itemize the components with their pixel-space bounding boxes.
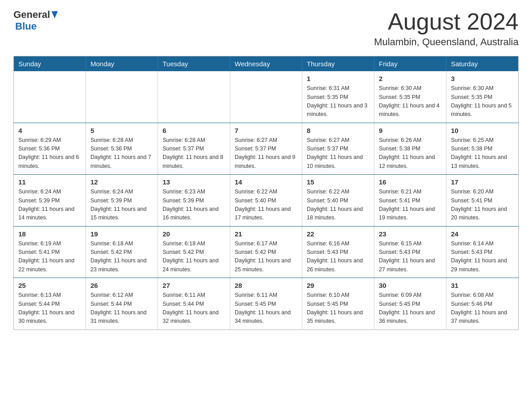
day-number: 7 <box>235 127 297 134</box>
calendar-week-row: 4Sunrise: 6:29 AM Sunset: 5:36 PM Daylig… <box>14 123 519 175</box>
day-info: Sunrise: 6:31 AM Sunset: 5:35 PM Dayligh… <box>307 84 369 119</box>
calendar-cell: 8Sunrise: 6:27 AM Sunset: 5:37 PM Daylig… <box>302 123 374 175</box>
day-number: 8 <box>307 127 369 134</box>
day-number: 13 <box>163 178 225 186</box>
weekday-header-friday: Friday <box>374 56 446 72</box>
calendar-cell: 19Sunrise: 6:18 AM Sunset: 5:42 PM Dayli… <box>86 226 158 278</box>
day-info: Sunrise: 6:24 AM Sunset: 5:39 PM Dayligh… <box>90 188 153 223</box>
day-number: 30 <box>379 282 442 289</box>
day-info: Sunrise: 6:22 AM Sunset: 5:40 PM Dayligh… <box>307 188 369 223</box>
day-info: Sunrise: 6:08 AM Sunset: 5:46 PM Dayligh… <box>451 291 514 326</box>
day-info: Sunrise: 6:27 AM Sunset: 5:37 PM Dayligh… <box>307 136 369 171</box>
weekday-header-sunday: Sunday <box>14 56 86 72</box>
calendar-week-row: 25Sunrise: 6:13 AM Sunset: 5:44 PM Dayli… <box>14 278 519 330</box>
calendar-week-row: 18Sunrise: 6:19 AM Sunset: 5:41 PM Dayli… <box>14 226 519 278</box>
day-info: Sunrise: 6:30 AM Sunset: 5:35 PM Dayligh… <box>451 84 514 119</box>
svg-marker-0 <box>51 11 58 18</box>
day-info: Sunrise: 6:21 AM Sunset: 5:41 PM Dayligh… <box>379 188 442 223</box>
day-info: Sunrise: 6:16 AM Sunset: 5:43 PM Dayligh… <box>307 240 369 274</box>
month-year-title: August 2024 <box>374 9 519 34</box>
day-number: 22 <box>307 230 369 238</box>
day-number: 26 <box>90 282 153 289</box>
day-info: Sunrise: 6:14 AM Sunset: 5:43 PM Dayligh… <box>451 240 514 274</box>
calendar-cell: 29Sunrise: 6:10 AM Sunset: 5:45 PM Dayli… <box>302 278 374 330</box>
calendar-cell: 4Sunrise: 6:29 AM Sunset: 5:36 PM Daylig… <box>14 123 86 175</box>
day-number: 5 <box>90 127 153 134</box>
day-number: 2 <box>379 75 442 82</box>
day-info: Sunrise: 6:18 AM Sunset: 5:42 PM Dayligh… <box>163 240 225 274</box>
day-info: Sunrise: 6:27 AM Sunset: 5:37 PM Dayligh… <box>235 136 297 171</box>
day-number: 14 <box>235 178 297 186</box>
day-info: Sunrise: 6:11 AM Sunset: 5:45 PM Dayligh… <box>235 291 297 326</box>
calendar-cell <box>86 71 158 123</box>
calendar-cell: 13Sunrise: 6:23 AM Sunset: 5:39 PM Dayli… <box>158 175 230 227</box>
day-number: 29 <box>307 282 369 289</box>
day-info: Sunrise: 6:10 AM Sunset: 5:45 PM Dayligh… <box>307 291 369 326</box>
calendar-table: SundayMondayTuesdayWednesdayThursdayFrid… <box>13 56 519 330</box>
calendar-cell: 9Sunrise: 6:26 AM Sunset: 5:38 PM Daylig… <box>374 123 446 175</box>
day-info: Sunrise: 6:28 AM Sunset: 5:36 PM Dayligh… <box>90 136 153 171</box>
calendar-cell: 14Sunrise: 6:22 AM Sunset: 5:40 PM Dayli… <box>230 175 302 227</box>
calendar-cell: 16Sunrise: 6:21 AM Sunset: 5:41 PM Dayli… <box>374 175 446 227</box>
calendar-cell: 28Sunrise: 6:11 AM Sunset: 5:45 PM Dayli… <box>230 278 302 330</box>
day-info: Sunrise: 6:26 AM Sunset: 5:38 PM Dayligh… <box>379 136 442 171</box>
calendar-cell: 6Sunrise: 6:28 AM Sunset: 5:37 PM Daylig… <box>158 123 230 175</box>
location-subtitle: Mulambin, Queensland, Australia <box>374 36 519 48</box>
calendar-cell <box>158 71 230 123</box>
day-info: Sunrise: 6:17 AM Sunset: 5:42 PM Dayligh… <box>235 240 297 274</box>
day-number: 27 <box>163 282 225 289</box>
page-header: General Blue August 2024 Mulambin, Queen… <box>13 9 519 48</box>
day-number: 4 <box>18 127 81 134</box>
calendar-cell: 2Sunrise: 6:30 AM Sunset: 5:35 PM Daylig… <box>374 71 446 123</box>
weekday-header-saturday: Saturday <box>446 56 519 72</box>
calendar-cell: 27Sunrise: 6:11 AM Sunset: 5:44 PM Dayli… <box>158 278 230 330</box>
day-info: Sunrise: 6:09 AM Sunset: 5:45 PM Dayligh… <box>379 291 442 326</box>
logo: General Blue <box>13 9 58 32</box>
day-number: 24 <box>451 230 514 238</box>
calendar-cell: 5Sunrise: 6:28 AM Sunset: 5:36 PM Daylig… <box>86 123 158 175</box>
day-info: Sunrise: 6:20 AM Sunset: 5:41 PM Dayligh… <box>451 188 514 223</box>
day-number: 16 <box>379 178 442 186</box>
calendar-week-row: 1Sunrise: 6:31 AM Sunset: 5:35 PM Daylig… <box>14 71 519 123</box>
day-info: Sunrise: 6:24 AM Sunset: 5:39 PM Dayligh… <box>18 188 81 223</box>
calendar-cell: 31Sunrise: 6:08 AM Sunset: 5:46 PM Dayli… <box>446 278 519 330</box>
calendar-cell: 30Sunrise: 6:09 AM Sunset: 5:45 PM Dayli… <box>374 278 446 330</box>
day-number: 21 <box>235 230 297 238</box>
day-info: Sunrise: 6:22 AM Sunset: 5:40 PM Dayligh… <box>235 188 297 223</box>
day-number: 9 <box>379 127 442 134</box>
calendar-cell: 18Sunrise: 6:19 AM Sunset: 5:41 PM Dayli… <box>14 226 86 278</box>
day-number: 25 <box>18 282 81 289</box>
day-info: Sunrise: 6:18 AM Sunset: 5:42 PM Dayligh… <box>90 240 153 274</box>
day-info: Sunrise: 6:23 AM Sunset: 5:39 PM Dayligh… <box>163 188 225 223</box>
day-number: 19 <box>90 230 153 238</box>
calendar-cell: 21Sunrise: 6:17 AM Sunset: 5:42 PM Dayli… <box>230 226 302 278</box>
calendar-cell: 12Sunrise: 6:24 AM Sunset: 5:39 PM Dayli… <box>86 175 158 227</box>
day-number: 11 <box>18 178 81 186</box>
calendar-cell: 26Sunrise: 6:12 AM Sunset: 5:44 PM Dayli… <box>86 278 158 330</box>
day-number: 3 <box>451 75 514 82</box>
day-info: Sunrise: 6:29 AM Sunset: 5:36 PM Dayligh… <box>18 136 81 171</box>
calendar-cell: 24Sunrise: 6:14 AM Sunset: 5:43 PM Dayli… <box>446 226 519 278</box>
calendar-cell: 1Sunrise: 6:31 AM Sunset: 5:35 PM Daylig… <box>302 71 374 123</box>
weekday-header-tuesday: Tuesday <box>158 56 230 72</box>
day-number: 15 <box>307 178 369 186</box>
calendar-cell: 10Sunrise: 6:25 AM Sunset: 5:38 PM Dayli… <box>446 123 519 175</box>
logo-triangle-icon <box>51 11 58 18</box>
calendar-cell <box>14 71 86 123</box>
title-area: August 2024 Mulambin, Queensland, Austra… <box>374 9 519 48</box>
logo-general-text: General <box>13 9 50 21</box>
calendar-cell: 7Sunrise: 6:27 AM Sunset: 5:37 PM Daylig… <box>230 123 302 175</box>
calendar-cell: 15Sunrise: 6:22 AM Sunset: 5:40 PM Dayli… <box>302 175 374 227</box>
day-info: Sunrise: 6:28 AM Sunset: 5:37 PM Dayligh… <box>163 136 225 171</box>
day-info: Sunrise: 6:19 AM Sunset: 5:41 PM Dayligh… <box>18 240 81 274</box>
day-info: Sunrise: 6:13 AM Sunset: 5:44 PM Dayligh… <box>18 291 81 326</box>
day-info: Sunrise: 6:12 AM Sunset: 5:44 PM Dayligh… <box>90 291 153 326</box>
day-number: 10 <box>451 127 514 134</box>
logo-blue-text: Blue <box>15 21 37 32</box>
calendar-cell: 17Sunrise: 6:20 AM Sunset: 5:41 PM Dayli… <box>446 175 519 227</box>
calendar-cell <box>230 71 302 123</box>
day-number: 20 <box>163 230 225 238</box>
day-info: Sunrise: 6:11 AM Sunset: 5:44 PM Dayligh… <box>163 291 225 326</box>
calendar-header-row: SundayMondayTuesdayWednesdayThursdayFrid… <box>14 56 519 72</box>
day-number: 6 <box>163 127 225 134</box>
